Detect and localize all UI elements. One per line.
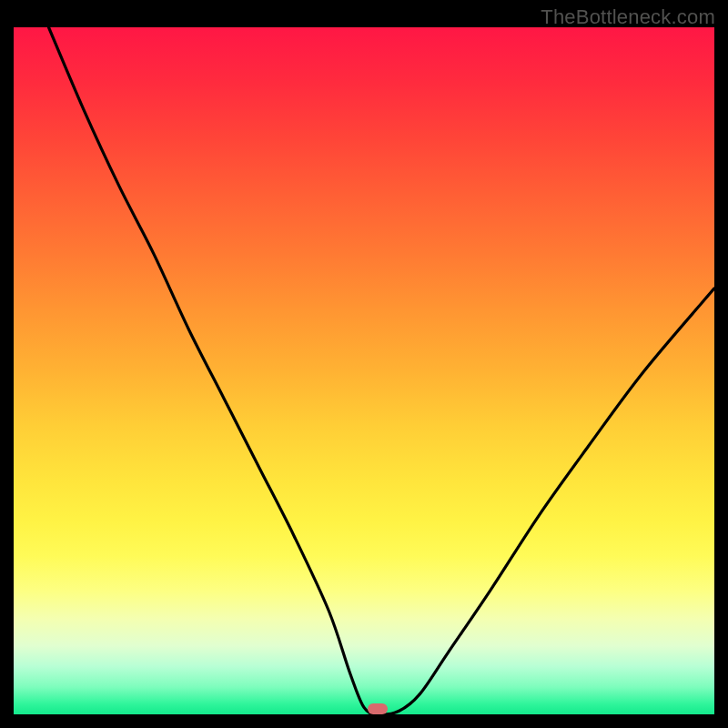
watermark-text: TheBottleneck.com [541, 5, 715, 29]
plot-area [14, 27, 714, 714]
bottleneck-curve [14, 27, 714, 714]
optimal-point-marker [368, 703, 388, 714]
chart-frame: TheBottleneck.com [0, 0, 728, 728]
